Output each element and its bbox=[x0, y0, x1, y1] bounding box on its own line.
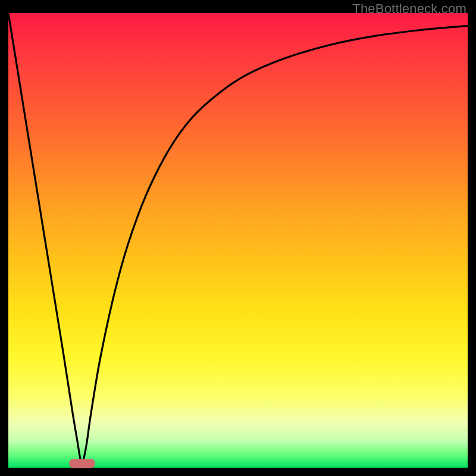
curve-path bbox=[8, 13, 468, 465]
chart-frame: TheBottleneck.com bbox=[0, 0, 476, 476]
plot-area bbox=[8, 13, 468, 468]
bottleneck-curve bbox=[8, 13, 468, 468]
optimal-marker bbox=[69, 459, 95, 468]
